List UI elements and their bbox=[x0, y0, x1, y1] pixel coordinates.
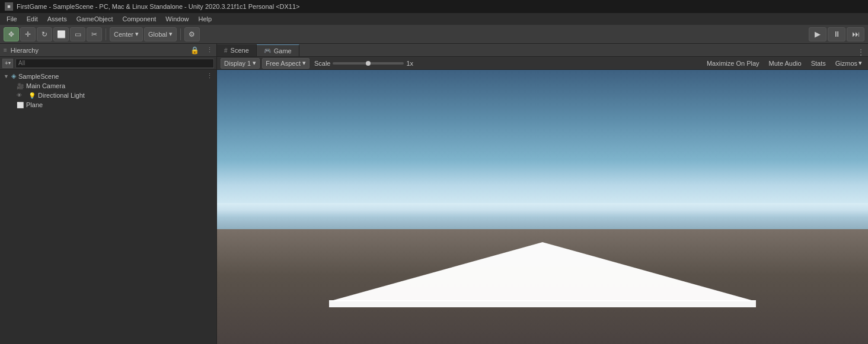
main-camera-label: Main Camera bbox=[26, 82, 65, 89]
toolbar-separator-1 bbox=[106, 28, 106, 40]
gizmos-dropdown[interactable]: Gizmos ▾ bbox=[833, 59, 864, 67]
game-view: # Scene 🎮 Game ⋮ Display 1 ▾ Free Aspect… bbox=[217, 44, 868, 344]
svg-marker-0 bbox=[329, 242, 756, 301]
menu-window[interactable]: Window bbox=[161, 14, 193, 24]
menu-help[interactable]: Help bbox=[194, 14, 216, 24]
gizmos-chevron: ▾ bbox=[859, 59, 862, 67]
toolbar: ✥ ✛ ↻ ⬜ ▭ ✂ Center ▾ Global ▾ ⚙ ▶ ⏸ ⏭ bbox=[0, 25, 868, 44]
toolbar-separator-2 bbox=[180, 28, 181, 40]
menu-file[interactable]: File bbox=[2, 14, 21, 24]
scene-options-icon[interactable]: ⋮ bbox=[206, 72, 213, 80]
hierarchy-search-input[interactable] bbox=[15, 59, 214, 68]
menu-bar: File Edit Assets GameObject Component Wi… bbox=[0, 13, 868, 25]
hierarchy-header: ≡ Hierarchy 🔒 ⋮ bbox=[0, 44, 216, 57]
aspect-chevron: ▾ bbox=[302, 59, 306, 67]
directional-light-label: Directional Light bbox=[38, 92, 85, 99]
stats-button[interactable]: Stats bbox=[809, 60, 828, 67]
center-dropdown[interactable]: Center ▾ bbox=[110, 27, 143, 41]
scene-root-item[interactable]: ▼ ◈ SampleScene ⋮ bbox=[0, 71, 216, 81]
extra-tool[interactable]: ⚙ bbox=[184, 27, 200, 41]
plane-mesh bbox=[276, 236, 809, 308]
hierarchy-add-button[interactable]: + ▾ bbox=[2, 59, 13, 68]
title-bar: ■ FirstGame - SampleScene - PC, Mac & Li… bbox=[0, 0, 868, 13]
scale-value: 1x bbox=[406, 60, 413, 67]
hierarchy-item-directional-light[interactable]: 👁 💡 Directional Light bbox=[0, 91, 216, 100]
menu-edit[interactable]: Edit bbox=[23, 14, 42, 24]
hierarchy-content: ▼ ◈ SampleScene ⋮ 🎥 Main Camera 👁 💡 Dire… bbox=[0, 70, 216, 344]
tool-hand[interactable]: ✥ bbox=[4, 27, 19, 41]
tool-scale[interactable]: ⬜ bbox=[53, 27, 69, 41]
display-label: Display 1 bbox=[224, 60, 251, 67]
play-button[interactable]: ▶ bbox=[809, 27, 826, 41]
center-chevron: ▾ bbox=[135, 30, 139, 38]
menu-component[interactable]: Component bbox=[118, 14, 160, 24]
scene-tab[interactable]: # Scene bbox=[217, 44, 257, 56]
hierarchy-options-icon[interactable]: ⋮ bbox=[206, 46, 213, 54]
tool-move[interactable]: ✛ bbox=[20, 27, 36, 41]
game-tab-icon: 🎮 bbox=[264, 47, 271, 54]
svg-rect-1 bbox=[329, 300, 756, 307]
mute-audio-button[interactable]: Mute Audio bbox=[767, 60, 804, 67]
gizmos-label: Gizmos bbox=[835, 60, 857, 67]
global-label: Global bbox=[148, 31, 167, 38]
game-tab[interactable]: 🎮 Game bbox=[257, 44, 299, 56]
title-text: FirstGame - SampleScene - PC, Mac & Linu… bbox=[17, 3, 300, 10]
scene-file-icon: ◈ bbox=[11, 72, 16, 80]
plane-svg bbox=[276, 236, 809, 307]
hierarchy-item-main-camera[interactable]: 🎥 Main Camera bbox=[0, 81, 216, 91]
scale-control: Scale 1x bbox=[312, 60, 413, 67]
center-label: Center bbox=[114, 31, 133, 38]
scene-name-label: SampleScene bbox=[18, 73, 59, 80]
step-button[interactable]: ⏭ bbox=[847, 27, 864, 41]
eye-toggle-icon[interactable]: 👁 bbox=[17, 92, 25, 98]
tool-rotate[interactable]: ↻ bbox=[37, 27, 52, 41]
global-chevron: ▾ bbox=[169, 30, 173, 38]
hierarchy-panel: ≡ Hierarchy 🔒 ⋮ + ▾ ▼ ◈ SampleScene ⋮ 🎥 bbox=[0, 44, 217, 344]
add-chevron: ▾ bbox=[8, 60, 11, 66]
display-dropdown[interactable]: Display 1 ▾ bbox=[221, 58, 260, 69]
main-area: ≡ Hierarchy 🔒 ⋮ + ▾ ▼ ◈ SampleScene ⋮ 🎥 bbox=[0, 44, 868, 344]
light-icon: 💡 bbox=[28, 92, 36, 99]
hierarchy-lock-icon[interactable]: 🔒 bbox=[190, 46, 199, 54]
maximize-on-play-button[interactable]: Maximize On Play bbox=[704, 60, 762, 67]
game-tab-label: Game bbox=[274, 47, 292, 54]
hierarchy-title: Hierarchy bbox=[11, 47, 39, 54]
plane-icon: ⬜ bbox=[17, 102, 24, 108]
display-chevron: ▾ bbox=[253, 59, 256, 67]
tool-transform[interactable]: ✂ bbox=[87, 27, 102, 41]
scale-slider[interactable] bbox=[333, 62, 404, 65]
scale-slider-thumb bbox=[366, 61, 371, 66]
hierarchy-toolbar: + ▾ bbox=[0, 57, 216, 70]
menu-assets[interactable]: Assets bbox=[43, 14, 71, 24]
app-icon: ■ bbox=[5, 2, 13, 11]
camera-icon: 🎥 bbox=[17, 83, 24, 89]
game-canvas bbox=[217, 70, 868, 344]
aspect-dropdown[interactable]: Free Aspect ▾ bbox=[262, 58, 309, 69]
aspect-label: Free Aspect bbox=[266, 60, 301, 67]
hierarchy-menu-icon: ≡ bbox=[4, 47, 7, 53]
view-tabs: # Scene 🎮 Game ⋮ bbox=[217, 44, 868, 57]
scene-tab-icon: # bbox=[224, 47, 228, 54]
game-toolbar-right: Maximize On Play Mute Audio Stats Gizmos… bbox=[704, 59, 864, 67]
view-options-icon[interactable]: ⋮ bbox=[854, 48, 868, 56]
hierarchy-item-plane[interactable]: ⬜ Plane bbox=[0, 100, 216, 110]
scene-tab-label: Scene bbox=[231, 47, 249, 54]
pause-button[interactable]: ⏸ bbox=[828, 27, 845, 41]
scene-arrow-icon: ▼ bbox=[4, 73, 9, 79]
plane-label: Plane bbox=[26, 101, 43, 108]
global-dropdown[interactable]: Global ▾ bbox=[144, 27, 177, 41]
scale-label: Scale bbox=[314, 60, 331, 67]
game-toolbar: Display 1 ▾ Free Aspect ▾ Scale 1x Maxim… bbox=[217, 57, 868, 70]
menu-gameobject[interactable]: GameObject bbox=[72, 14, 117, 24]
tool-rect[interactable]: ▭ bbox=[70, 27, 85, 41]
play-controls: ▶ ⏸ ⏭ bbox=[809, 27, 864, 41]
